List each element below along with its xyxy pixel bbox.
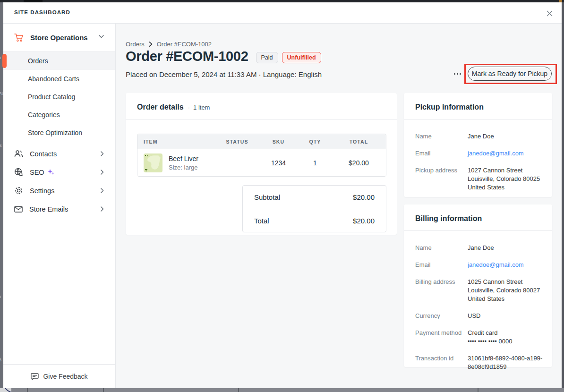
order-items-table: ITEM STATUS SKU QTY TOTAL [137,134,386,177]
more-options-button[interactable] [450,68,464,79]
sidebar-item-orders[interactable]: Orders [3,52,115,70]
billing-body: Name Jane Doe Email janedoe@gmail.com Bi… [404,231,552,371]
breadcrumb-chevron-icon [149,42,153,47]
info-row-transaction-id: Transaction id 31061bf8-6892-4080-a199- … [415,354,541,371]
item-text: Beef Liver Size: large [169,155,198,171]
chevron-right-icon [101,206,104,212]
ai-sparkle-icon [47,169,55,176]
subtotal-row: Subtotal $20.00 [243,186,386,209]
chevron-down-icon [99,35,104,38]
info-row-payment-method: Payment method Credit card •••• •••• •••… [415,329,541,346]
table-row[interactable]: Beef Liver Size: large 1234 1 $20.00 [137,149,386,176]
column-header: TOTAL [332,139,386,145]
card-title: Billing information [415,214,482,223]
transaction-line: 31061bf8-6892-4080-a199- [468,354,542,363]
pickup-header: Pickup information [404,93,552,119]
field-label: Currency [415,312,468,320]
field-label: Name [415,244,468,252]
gear-icon [14,186,23,195]
column-header: ITEM [137,139,216,145]
sidebar-item-label: Product Catalog [28,93,75,101]
address-line: 1027 Cannon Street [468,166,540,175]
item-cell: Beef Liver Size: large [137,153,216,172]
give-feedback-button[interactable]: Give Feedback [3,364,115,388]
mark-ready-pickup-button[interactable]: Mark as Ready for Pickup [468,67,552,81]
subtotal-value: $20.00 [353,193,375,201]
field-label: Transaction id [415,354,468,371]
field-value: USD [468,312,480,320]
close-button[interactable] [545,9,554,18]
shopping-cart-icon [14,33,24,42]
main-content: Orders Order #ECOM-1002 Order #ECOM-1002… [116,24,562,388]
field-value: 1027 Cannon Street Louisville, Colorado … [468,166,540,192]
address-line: Louisville, Colorado 80025 [468,175,540,183]
total-value: $20.00 [353,217,375,225]
chevron-right-icon [101,151,104,156]
sidebar-item-product-catalog[interactable]: Product Catalog [3,88,115,106]
field-label: Pickup address [415,166,468,192]
info-row-pickup-address: Pickup address 1027 Cannon Street Louisv… [415,166,541,192]
info-row-email: Email janedoe@gmail.com [415,149,541,158]
sidebar-nav: Contacts SEO [3,145,115,218]
sidebar-item-label: Abandoned Carts [28,75,79,83]
sidebar-item-categories[interactable]: Categories [3,106,115,124]
field-value: Jane Doe [468,132,494,141]
info-row-billing-address: Billing address 1025 Cannon Street Louis… [415,278,541,303]
table-header-row: ITEM STATUS SKU QTY TOTAL [137,134,386,149]
card-title: Pickup information [415,103,484,111]
breadcrumb-current: Order #ECOM-1002 [157,41,212,48]
close-icon [547,10,553,17]
item-name: Beef Liver [169,155,198,162]
modal-topbar: SITE DASHBOARD [3,2,562,24]
card-title: Order details [137,103,184,111]
sidebar-item-abandoned-carts[interactable]: Abandoned Carts [3,70,115,88]
sidebar-item-seo[interactable]: SEO [3,163,115,181]
field-label: Billing address [415,278,468,303]
sidebar-item-label: Store Operations [30,34,88,42]
item-qty: 1 [299,159,332,167]
field-label: Email [415,149,468,158]
field-label: Payment method [415,329,468,346]
sidebar-item-label: Settings [30,187,54,195]
sidebar-item-store-emails[interactable]: Store Emails [3,200,115,218]
sidebar-item-store-operations[interactable]: Store Operations [3,24,115,52]
column-header: STATUS [216,139,258,145]
pickup-information-card: Pickup information Name Jane Doe Email j… [404,93,552,197]
sidebar-item-store-optimization[interactable]: Store Optimization [3,124,115,142]
status-badges: Paid Unfulfilled [256,52,321,63]
item-total: $20.00 [332,159,386,167]
transaction-line: 8e08cf9d1859 [468,363,542,371]
sidebar-item-contacts[interactable]: Contacts [3,145,115,163]
column-header: SKU [258,139,299,145]
field-label: Email [415,261,468,269]
email-link[interactable]: janedoe@gmail.com [468,261,524,269]
breadcrumb: Orders Order #ECOM-1002 [126,41,212,48]
sidebar-item-label: SEO [30,169,44,176]
underlay-right-strip [562,2,564,392]
screen: lhPa isli lIo rB SITE DASHBOARD [0,0,564,392]
address-line: 1025 Cannon Street [468,278,540,286]
billing-header: Billing information [404,205,552,231]
chevron-right-icon [101,170,104,175]
sidebar-item-settings[interactable]: Settings [3,181,115,200]
item-variant: Size: large [169,164,198,171]
ellipsis-icon [454,73,461,75]
field-value: 31061bf8-6892-4080-a199- 8e08cf9d1859 [468,354,542,371]
breadcrumb-orders-link[interactable]: Orders [126,41,145,48]
speech-bubble-icon [31,373,39,380]
contacts-people-icon [14,150,23,158]
address-line: United States [468,183,540,192]
dashboard-modal: SITE DASHBOARD Store Operations [3,2,562,388]
sidebar-item-label: Store Emails [29,205,68,213]
underlay-bottom-strip [0,388,564,392]
sidebar-item-label: Orders [28,57,48,65]
field-value: Jane Doe [468,244,494,252]
address-line: Louisville, Colorado 80027 [468,286,540,295]
give-feedback-label: Give Feedback [43,373,87,380]
page-title: Order #ECOM-1002 [126,49,248,64]
info-row-currency: Currency USD [415,312,541,320]
sidebar-item-label: Categories [28,111,60,119]
billing-information-card: Billing information Name Jane Doe Email … [404,205,552,367]
email-link[interactable]: janedoe@gmail.com [468,149,524,158]
total-label: Total [254,217,269,225]
